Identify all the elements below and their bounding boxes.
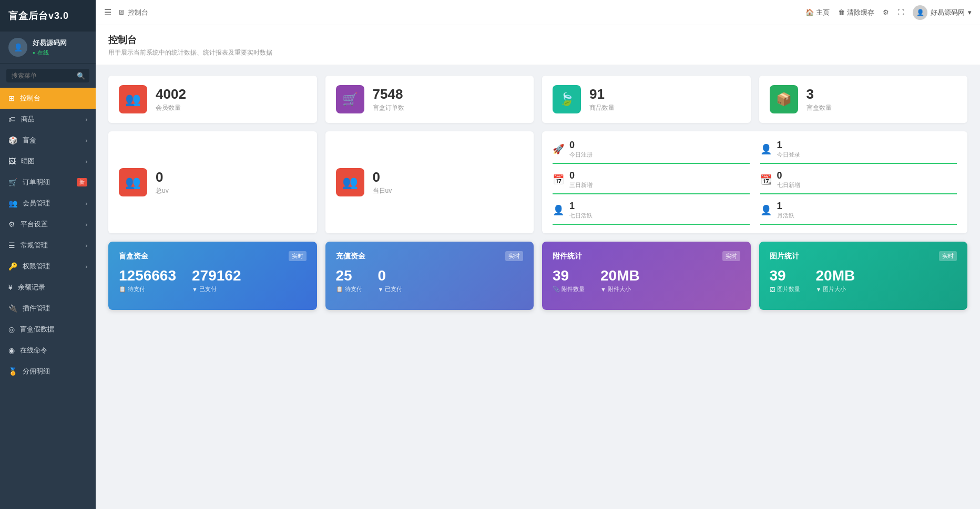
plugins-icon: 🔌	[8, 304, 17, 313]
home-button[interactable]: 🏠 主页	[805, 8, 830, 17]
blindbox-funds-card: 盲盒资金 实时 1256663 📋 待支付 279162	[108, 242, 317, 310]
sidebar: 盲盒后台v3.0 👤 好易源码网 在线 🔍 ⊞ 控制台 🏷 商品 › 🎲 盲盒 …	[0, 0, 96, 509]
sidebar-item-members[interactable]: 👥 会员管理 ›	[0, 193, 96, 214]
recharge-funds-values: 25 📋 待支付 0 ▼ 已支付	[336, 267, 524, 293]
stats-row-1: 👥 4002 会员数量 🛒 7548 盲盒订单数 🍃	[108, 76, 967, 123]
seven-day-active-label: 七日活跃	[569, 212, 593, 220]
permissions-icon: 🔑	[8, 262, 17, 271]
activity-grid: 🚀 0 今日注册 👤 1 今日登录	[553, 140, 957, 225]
sidebar-search-container: 🔍	[6, 69, 89, 82]
down-arrow-icon: ▼	[192, 286, 198, 293]
main-content: ☰ 🖥 控制台 🏠 主页 🗑 清除缓存 ⚙ ⛶ 👤 好易源	[96, 0, 980, 509]
login-icon: 👤	[760, 143, 772, 155]
today-register-value: 0	[569, 140, 593, 151]
goods-icon: 🏷	[8, 115, 16, 123]
sidebar-item-dashboard[interactable]: ⊞ 控制台	[0, 88, 96, 109]
content-inner: 👥 4002 会员数量 🛒 7548 盲盒订单数 🍃	[96, 76, 980, 323]
attachment-stats-title: 附件统计	[553, 252, 582, 261]
month-active-value: 1	[777, 201, 794, 212]
avatar: 👤	[8, 38, 27, 57]
sidebar-item-orders[interactable]: 🛒 订单明细 新	[0, 172, 96, 193]
sidebar-username: 好易源码网	[33, 38, 67, 48]
sidebar-item-goods[interactable]: 🏷 商品 ›	[0, 109, 96, 130]
attachment-realtime-badge: 实时	[722, 251, 740, 261]
sidebar-item-design[interactable]: 🖼 晒图 ›	[0, 151, 96, 172]
attachment-stats-values: 39 📎 附件数量 20MB ▼ 附件大小	[553, 267, 740, 293]
page-header: 控制台 用于展示当前系统中的统计数据、统计报表及重要实时数据	[96, 25, 980, 65]
sidebar-item-balance[interactable]: ¥ 余额记录	[0, 277, 96, 298]
blindbox-funds-header: 盲盒资金 实时	[119, 251, 307, 261]
clipboard2-icon: 📋	[336, 286, 343, 293]
image-realtime-badge: 实时	[939, 251, 957, 261]
blindbox-funds-values: 1256663 📋 待支付 279162 ▼ 已支付	[119, 267, 307, 293]
attachment-count-value: 39	[553, 267, 585, 284]
sidebar-item-label: 会员管理	[23, 199, 50, 208]
attachment-size-label: ▼ 附件大小	[600, 285, 640, 293]
sidebar-item-label: 分佣明细	[23, 367, 50, 376]
new-badge: 新	[77, 178, 87, 186]
sidebar-user: 👤 好易源码网 在线	[0, 32, 96, 64]
search-icon[interactable]: 🔍	[77, 72, 85, 80]
dashboard-icon: ⊞	[8, 94, 15, 102]
sidebar-item-plugins[interactable]: 🔌 插件管理	[0, 298, 96, 319]
act-month-active: 👤 1 月活跃	[760, 201, 957, 225]
day-uv-value: 0	[373, 169, 392, 185]
user-menu[interactable]: 👤 好易源码网 ▾	[913, 5, 972, 20]
general-icon: ☰	[8, 241, 15, 250]
clear-cache-button[interactable]: 🗑 清除缓存	[838, 8, 874, 17]
seven-day-new-value: 0	[777, 170, 800, 181]
act-today-register: 🚀 0 今日注册	[553, 140, 750, 164]
down-arrow4-icon: ▼	[816, 286, 822, 293]
sub-desc-icon: 🏅	[8, 367, 17, 376]
blindbox-funds-title: 盲盒资金	[119, 252, 148, 261]
sidebar-item-label: 平台设置	[21, 220, 48, 229]
image-size-value: 20MB	[816, 267, 855, 284]
topbar-dropdown-icon: ▾	[968, 8, 972, 16]
sidebar-item-fake-data[interactable]: ◎ 盲盒假数据	[0, 319, 96, 340]
menu-toggle-icon[interactable]: ☰	[104, 7, 111, 17]
blindbox-stat-icon: 📦	[770, 85, 798, 113]
orders-icon: 🛒	[8, 178, 17, 186]
sidebar-item-online-cmd[interactable]: ◉ 在线命令	[0, 340, 96, 361]
month-active-label: 月活跃	[777, 212, 794, 220]
sidebar-item-sub-desc[interactable]: 🏅 分佣明细	[0, 361, 96, 382]
sidebar-item-general[interactable]: ☰ 常规管理 ›	[0, 235, 96, 256]
chevron-right-icon: ›	[86, 243, 87, 248]
stat-card-total-uv: 👥 0 总uv	[108, 131, 317, 233]
recharge-funds-header: 充值资金 实时	[336, 251, 524, 261]
sidebar-item-platform[interactable]: ⚙ 平台设置 ›	[0, 214, 96, 235]
chevron-right-icon: ›	[86, 222, 87, 227]
chevron-right-icon: ›	[86, 138, 87, 143]
recharge-pending-value: 25	[336, 267, 362, 284]
stat-card-orders: 🛒 7548 盲盒订单数	[325, 76, 534, 123]
down-arrow2-icon: ▼	[378, 286, 384, 293]
settings-icon: ⚙	[883, 8, 889, 16]
clipboard-icon: 📋	[119, 286, 126, 293]
breadcrumb-label: 控制台	[128, 8, 148, 17]
clear-cache-label: 清除缓存	[847, 8, 874, 17]
balance-icon: ¥	[8, 283, 13, 292]
blindbox-value: 3	[807, 86, 832, 102]
orders-label: 盲盒订单数	[373, 103, 404, 112]
topbar-left: ☰ 🖥 控制台	[104, 7, 148, 17]
fullscreen-button[interactable]: ⛶	[897, 8, 904, 16]
topbar: ☰ 🖥 控制台 🏠 主页 🗑 清除缓存 ⚙ ⛶ 👤 好易源	[96, 0, 980, 25]
image-count-label: 🖼 图片数量	[770, 285, 800, 293]
paperclip-icon: 📎	[553, 286, 560, 293]
members-stat-icon: 👥	[119, 85, 147, 113]
goods-stat-icon: 🍃	[553, 85, 581, 113]
sidebar-item-permissions[interactable]: 🔑 权限管理 ›	[0, 256, 96, 277]
activity-stats: 🚀 0 今日注册 👤 1 今日登录	[542, 131, 967, 233]
blindbox-paid-label: ▼ 已支付	[192, 285, 241, 293]
blindbox-pending-value: 1256663	[119, 267, 176, 284]
chevron-right-icon: ›	[86, 159, 87, 164]
blindbox-label: 盲盒数量	[807, 103, 832, 112]
seven-day-new-label: 七日新增	[777, 181, 800, 189]
row2-container: 👥 0 总uv 👥 0 当日uv	[108, 131, 967, 233]
home-icon: 🏠	[805, 8, 814, 16]
chevron-right-icon: ›	[86, 117, 87, 122]
settings-icon-item[interactable]: ⚙	[883, 8, 889, 16]
sidebar-item-blindbox[interactable]: 🎲 盲盒 ›	[0, 130, 96, 151]
chevron-right-icon: ›	[86, 264, 87, 269]
online-cmd-icon: ◉	[8, 346, 15, 355]
